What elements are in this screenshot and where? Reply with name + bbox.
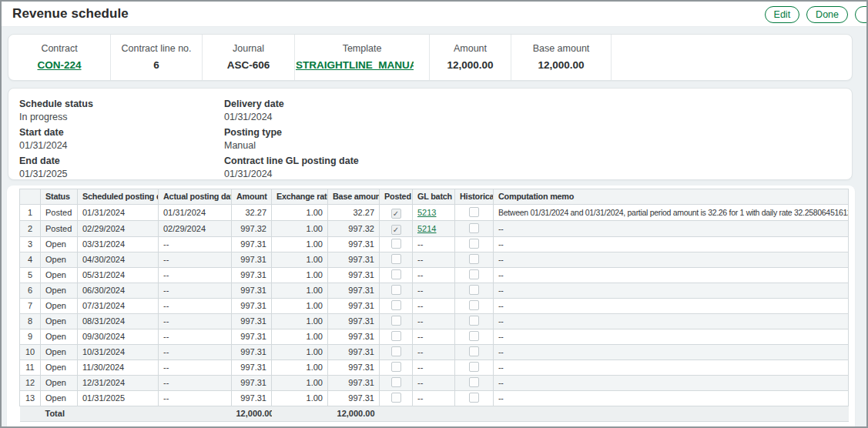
amount-cell: 997.31	[232, 376, 272, 391]
field-value-link[interactable]: STRAIGHTLINE_MANUAL	[296, 59, 414, 71]
computation-memo-cell: --	[494, 283, 849, 299]
historical-checkbox[interactable]	[469, 239, 479, 249]
historical-checkbox[interactable]	[469, 331, 479, 341]
scheduled-posting-date-cell: 06/30/2024	[78, 283, 159, 299]
gl-batch-link[interactable]: 5213	[417, 208, 436, 217]
edit-button[interactable]: Edit	[765, 6, 800, 23]
exchange-rate-cell: 1.00	[272, 376, 328, 391]
posted-checkbox[interactable]	[391, 377, 401, 387]
posted-checkbox[interactable]	[391, 331, 401, 341]
gl-batch-cell: --	[413, 252, 455, 268]
historical-checkbox[interactable]	[469, 207, 479, 217]
historical-checkbox[interactable]	[469, 316, 479, 326]
status-cell: Open	[41, 329, 78, 345]
gl-batch-cell: --	[413, 237, 455, 252]
table-row: 3Open03/31/2024--997.311.00997.31----	[20, 237, 849, 252]
historical-checkbox[interactable]	[469, 346, 479, 356]
status-cell: Open	[41, 391, 78, 406]
table-header: StatusScheduled posting dateActual posti…	[20, 189, 849, 205]
exchange-rate-cell: 1.00	[272, 345, 328, 360]
posted-cell	[380, 360, 413, 376]
summary-field-base-amount: Base amount12,000.00	[511, 35, 612, 80]
posted-checkbox[interactable]	[391, 285, 401, 295]
table-row: 6Open06/30/2024--997.311.00997.31----	[20, 283, 849, 299]
posted-checkbox[interactable]	[391, 316, 401, 326]
historical-checkbox[interactable]	[469, 254, 479, 264]
actual-posting-date-cell: --	[159, 237, 232, 252]
detail-field-start-date: Start date01/31/2024	[19, 127, 224, 151]
summary-field-contract-line-no: Contract line no.6	[111, 35, 203, 80]
base-amount-cell: 997.31	[328, 252, 380, 268]
posted-cell	[380, 268, 413, 283]
detail-field-posting-type: Posting typeManual	[224, 127, 841, 151]
historical-cell	[455, 252, 494, 268]
actual-posting-date-cell: 01/31/2024	[159, 205, 232, 221]
status-cell: Open	[41, 299, 78, 314]
amount-cell: 997.31	[232, 268, 272, 283]
posted-checkbox-checked[interactable]: ✓	[391, 209, 401, 219]
historical-checkbox[interactable]	[469, 223, 479, 233]
total-spacer	[20, 406, 41, 422]
posted-checkbox[interactable]	[391, 393, 401, 403]
table-header-row: StatusScheduled posting dateActual posti…	[20, 189, 849, 205]
historical-cell	[455, 314, 494, 329]
posted-checkbox[interactable]	[391, 239, 401, 249]
historical-cell	[455, 268, 494, 283]
exchange-rate-cell: 1.00	[272, 252, 328, 268]
column-header-posted: Posted	[380, 189, 413, 205]
posted-cell: ✓	[380, 205, 413, 221]
table-row: 13Open01/31/2025--997.311.00997.31----	[20, 391, 849, 406]
field-label: Base amount	[511, 43, 611, 54]
historical-checkbox[interactable]	[469, 362, 479, 372]
posted-checkbox[interactable]	[391, 346, 401, 356]
field-value: 12,000.00	[511, 59, 611, 71]
actual-posting-date-cell: --	[159, 314, 232, 329]
amount-cell: 997.31	[232, 252, 272, 268]
computation-memo-cell: --	[494, 360, 849, 376]
exchange-rate-cell: 1.00	[272, 221, 328, 237]
historical-checkbox[interactable]	[469, 269, 479, 279]
table-row: 4Open04/30/2024--997.311.00997.31----	[20, 252, 849, 268]
column-header-exchange-rate: Exchange rate	[272, 189, 328, 205]
amount-cell: 997.31	[232, 314, 272, 329]
exchange-rate-cell: 1.00	[272, 391, 328, 406]
exchange-rate-cell: 1.00	[272, 314, 328, 329]
details-column-left: Schedule statusIn progressStart date01/3…	[19, 99, 224, 169]
posted-checkbox[interactable]	[391, 269, 401, 279]
clipped-button-h[interactable]: H	[855, 6, 868, 23]
posted-cell	[380, 314, 413, 329]
row-number: 5	[20, 268, 41, 283]
historical-checkbox[interactable]	[469, 285, 479, 295]
total-amount: 12,000.00	[232, 406, 272, 422]
posted-checkbox[interactable]	[391, 300, 401, 310]
row-number: 2	[20, 221, 41, 237]
table-row: 7Open07/31/2024--997.311.00997.31----	[20, 299, 849, 314]
gl-batch-link[interactable]: 5214	[417, 224, 436, 233]
actual-posting-date-cell: --	[159, 268, 232, 283]
column-header-computation-memo: Computation memo	[494, 189, 849, 205]
amount-cell: 997.31	[232, 299, 272, 314]
field-label: Template	[295, 43, 429, 54]
column-header-historical: Historical	[455, 189, 494, 205]
actual-posting-date-cell: --	[159, 345, 232, 360]
gl-batch-cell: --	[413, 314, 455, 329]
done-button[interactable]: Done	[806, 6, 848, 23]
historical-cell	[455, 345, 494, 360]
posted-checkbox[interactable]	[391, 362, 401, 372]
schedule-table-body: 1Posted01/31/202401/31/202432.271.0032.2…	[20, 205, 849, 406]
details-column-right: Delivery date01/31/2024Posting typeManua…	[224, 99, 841, 169]
historical-checkbox[interactable]	[469, 300, 479, 310]
computation-memo-text: --	[498, 285, 503, 296]
amount-cell: 997.31	[232, 329, 272, 345]
base-amount-cell: 997.31	[328, 299, 380, 314]
computation-memo-cell: --	[494, 314, 849, 329]
historical-checkbox[interactable]	[469, 393, 479, 403]
historical-checkbox[interactable]	[469, 377, 479, 387]
computation-memo-text: --	[498, 316, 503, 327]
field-label: Contract line GL posting date	[224, 155, 841, 166]
field-value-link[interactable]: CON-224	[8, 59, 110, 71]
posted-checkbox-checked[interactable]: ✓	[391, 225, 401, 235]
column-header-actual-posting-date: Actual posting date	[159, 189, 232, 205]
column-header-gl-batch: GL batch	[413, 189, 455, 205]
posted-checkbox[interactable]	[391, 254, 401, 264]
